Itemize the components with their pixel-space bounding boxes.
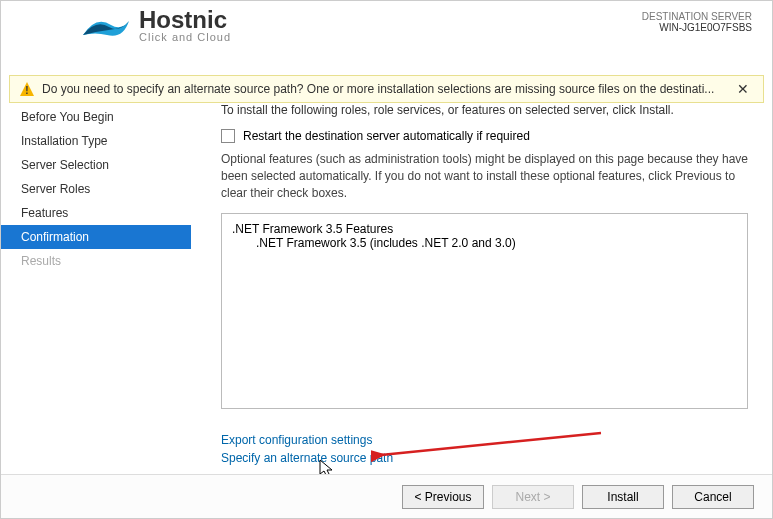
cancel-button[interactable]: Cancel [672,485,754,509]
warning-text: Do you need to specify an alternate sour… [42,82,725,96]
optional-text: Optional features (such as administratio… [221,151,748,201]
footer: < Previous Next > Install Cancel [1,474,772,518]
restart-checkbox[interactable] [221,129,235,143]
sidebar-item-features[interactable]: Features [1,201,191,225]
sidebar-item-results: Results [1,249,191,273]
sidebar-item-before-you-begin[interactable]: Before You Begin [1,105,191,129]
links: Export configuration settings Specify an… [221,431,748,467]
install-button[interactable]: Install [582,485,664,509]
specify-source-link[interactable]: Specify an alternate source path [221,449,748,467]
previous-button[interactable]: < Previous [402,485,484,509]
feature-child: .NET Framework 3.5 (includes .NET 2.0 an… [232,236,737,250]
feature-parent: .NET Framework 3.5 Features [232,222,737,236]
main-content: To install the following roles, role ser… [191,99,772,474]
warning-icon: ! [20,82,34,96]
logo-swoosh-icon [81,5,131,45]
logo-main-text: Hostnic [139,8,231,32]
sidebar-item-confirmation[interactable]: Confirmation [1,225,191,249]
header: Hostnic Click and Cloud DESTINATION SERV… [1,1,772,69]
sidebar-item-server-roles[interactable]: Server Roles [1,177,191,201]
sidebar-item-installation-type[interactable]: Installation Type [1,129,191,153]
next-button: Next > [492,485,574,509]
sidebar-item-server-selection[interactable]: Server Selection [1,153,191,177]
export-config-link[interactable]: Export configuration settings [221,431,748,449]
feature-list: .NET Framework 3.5 Features .NET Framewo… [221,213,748,409]
restart-label: Restart the destination server automatic… [243,129,530,143]
destination-server: DESTINATION SERVER WIN-JG1E0O7FSBS [642,5,752,33]
intro-text: To install the following roles, role ser… [221,103,748,117]
close-icon[interactable]: ✕ [733,81,753,97]
logo: Hostnic Click and Cloud [81,5,231,45]
sidebar: Before You Begin Installation Type Serve… [1,99,191,474]
logo-sub-text: Click and Cloud [139,32,231,43]
destination-name: WIN-JG1E0O7FSBS [642,22,752,33]
destination-label: DESTINATION SERVER [642,11,752,22]
restart-row: Restart the destination server automatic… [221,129,748,143]
